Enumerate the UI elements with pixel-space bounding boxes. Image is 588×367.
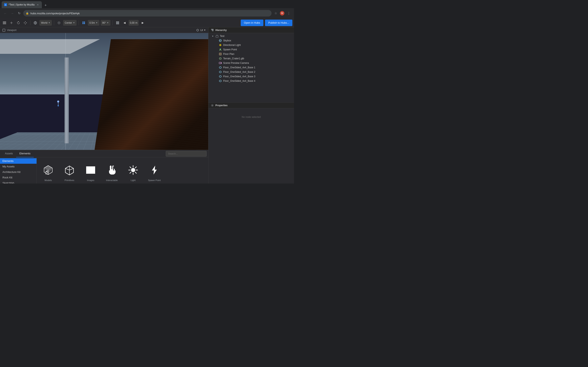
svg-rect-46 — [219, 62, 221, 64]
hierarchy-title: Hierarchy — [215, 29, 227, 32]
asset-spawn[interactable]: Spawn Point — [146, 163, 163, 182]
grid-button[interactable] — [115, 20, 121, 26]
vertical-line — [66, 33, 66, 150]
back-button[interactable]: ← — [2, 10, 8, 16]
app-toolbar: World ▼ Center ▼ 0.5m ▼ 90° ▼ ◀ 0,00 m ▶… — [0, 18, 294, 27]
bottom-tabs: Assets Elements — [0, 150, 208, 157]
viewport-header: Viewport Lit ▼ — [0, 27, 208, 33]
expand-test[interactable]: ▼ — [211, 35, 214, 38]
tree-item-camera[interactable]: ▶ Scene Preview Camera — [208, 61, 294, 65]
svg-line-32 — [135, 172, 136, 173]
publish-button[interactable]: Publish to Hubs... — [265, 20, 292, 26]
mesh-icon-4 — [219, 79, 222, 83]
tab-close-button[interactable]: ✕ — [36, 3, 39, 6]
tab-title: *Test | Spoke by Mozilla — [9, 3, 35, 6]
tree-name-test: Test — [220, 35, 292, 38]
dropdown-arrow-2: ▼ — [73, 22, 75, 24]
sidebar-item-elements[interactable]: Elements — [0, 158, 36, 164]
menu-button[interactable]: ⋮ — [286, 10, 292, 16]
tree-name-floor2: Floor_OneSided_4x4_Base 2 — [223, 71, 292, 73]
sidebar-item-architecture-kit[interactable]: Architecture Kit — [0, 169, 36, 175]
address-bar[interactable]: 🔒 hubs.mozilla.com/spoke/projects/FEteHy… — [23, 10, 272, 17]
open-in-hubs-button[interactable]: Open in Hubs — [241, 20, 264, 26]
tree-item-floor1[interactable]: ▶ Floor_OneSided_4x4_Base 1 — [208, 65, 294, 70]
pillar — [65, 58, 69, 143]
grid-next-button[interactable]: ▶ — [140, 20, 146, 26]
asset-models[interactable]: Models — [40, 163, 56, 182]
left-panel: Viewport Lit ▼ — [0, 27, 208, 184]
bottom-content: Elements My Assets Architecture Kit Rock… — [0, 157, 208, 184]
svg-rect-37 — [212, 31, 214, 31]
new-tab-button[interactable]: + — [43, 2, 48, 8]
dropdown-arrow-3: ▼ — [96, 22, 98, 24]
svg-rect-9 — [84, 22, 85, 23]
active-tab[interactable]: S *Test | Spoke by Mozilla ✕ — [2, 1, 42, 8]
snap-value-dropdown[interactable]: 0.5m ▼ — [88, 20, 99, 26]
bookmark-button[interactable]: ☆ — [273, 10, 278, 16]
reload-button[interactable]: ↻ — [16, 10, 22, 16]
pivot-icon — [56, 20, 62, 26]
profile-button[interactable]: M — [279, 10, 285, 16]
models-icon — [41, 163, 56, 177]
pivot-dropdown[interactable]: Center ▼ — [63, 20, 77, 26]
svg-marker-50 — [219, 80, 221, 82]
svg-point-41 — [220, 49, 221, 50]
redo-button[interactable] — [16, 20, 21, 26]
hierarchy-tree: ▼ Test ▶ Skybox ▶ — [208, 33, 294, 102]
svg-point-6 — [59, 22, 60, 23]
asset-images[interactable]: Images — [82, 163, 99, 182]
properties-content: No node selected — [208, 108, 294, 126]
assets-grid: Models Primiti — [37, 157, 208, 184]
transform-space-dropdown[interactable]: World ▼ — [39, 20, 52, 26]
assets-tab[interactable]: Assets — [2, 150, 16, 157]
bottom-panel: Assets Elements Elements My Assets Archi… — [0, 150, 208, 184]
viewport-mode-dropdown[interactable]: Lit ▼ — [200, 29, 206, 32]
angle-dropdown[interactable]: 90° ▼ — [101, 20, 111, 26]
skybox-icon — [219, 39, 222, 42]
images-label: Images — [87, 179, 94, 182]
sidebar-item-rock-kit[interactable]: Rock Kit — [0, 175, 36, 180]
lighting-icon — [196, 29, 199, 32]
hamburger-menu[interactable] — [2, 20, 7, 26]
tree-name-floor3: Floor_OneSided_4x4_Base 3 — [223, 75, 292, 78]
tree-item-directional-light[interactable]: ▶ Directional Light — [208, 43, 294, 47]
forward-button[interactable]: → — [9, 10, 15, 16]
svg-rect-4 — [3, 24, 6, 24]
svg-marker-49 — [219, 75, 221, 77]
spawn-label: Spawn Point — [148, 179, 161, 182]
transform-button[interactable] — [22, 20, 28, 26]
right-panel: Hierarchy ▼ Test ▶ Skybox — [208, 27, 294, 184]
mesh-icon-3 — [219, 75, 222, 78]
sidebar-item-my-assets[interactable]: My Assets — [0, 164, 36, 169]
floor-plan-icon — [219, 52, 222, 56]
tree-item-spawn-point[interactable]: ▶ Spawn Point — [208, 47, 294, 52]
light-label: Light — [131, 179, 136, 182]
tree-item-floor4[interactable]: ▶ Floor_OneSided_4x4_Base 4 — [208, 79, 294, 83]
viewport-icon — [2, 29, 5, 32]
sidebar-item-sketchfab[interactable]: Sketchfab — [0, 180, 36, 184]
properties-title: Properties — [215, 104, 227, 107]
svg-rect-36 — [212, 30, 214, 30]
search-input[interactable] — [166, 151, 207, 157]
viewport-container: Viewport Lit ▼ — [0, 27, 208, 150]
asset-primitives[interactable]: Primitives — [61, 163, 78, 182]
svg-point-38 — [217, 35, 217, 36]
asset-interactable[interactable]: Interactable — [104, 163, 120, 182]
tree-item-test[interactable]: ▼ Test — [208, 34, 294, 38]
tree-item-floor2[interactable]: ▶ Floor_OneSided_4x4_Base 2 — [208, 70, 294, 74]
asset-light[interactable]: Light — [125, 163, 141, 182]
tree-item-floor3[interactable]: ▶ Floor_OneSided_4x4_Base 3 — [208, 74, 294, 79]
spawn-head — [57, 100, 59, 103]
tree-item-terrain[interactable]: ▶ Terrain_Crater1.glb — [208, 56, 294, 61]
grid-prev-button[interactable]: ◀ — [122, 20, 127, 26]
add-object-button[interactable] — [9, 20, 14, 26]
viewport-canvas[interactable]: [LMB] Orbit / Select | [MMB] Pan | [RMB]… — [0, 33, 208, 150]
sun-icon — [126, 163, 140, 177]
svg-rect-3 — [3, 23, 6, 23]
viewport-mode-arrow: ▼ — [204, 29, 206, 31]
separator-2 — [54, 20, 54, 25]
properties-panel: Properties No node selected — [208, 102, 294, 126]
tree-item-skybox[interactable]: ▶ Skybox — [208, 38, 294, 43]
elements-tab[interactable]: Elements — [16, 150, 34, 157]
tree-item-floor-plan[interactable]: ▶ Floor Plan — [208, 52, 294, 56]
